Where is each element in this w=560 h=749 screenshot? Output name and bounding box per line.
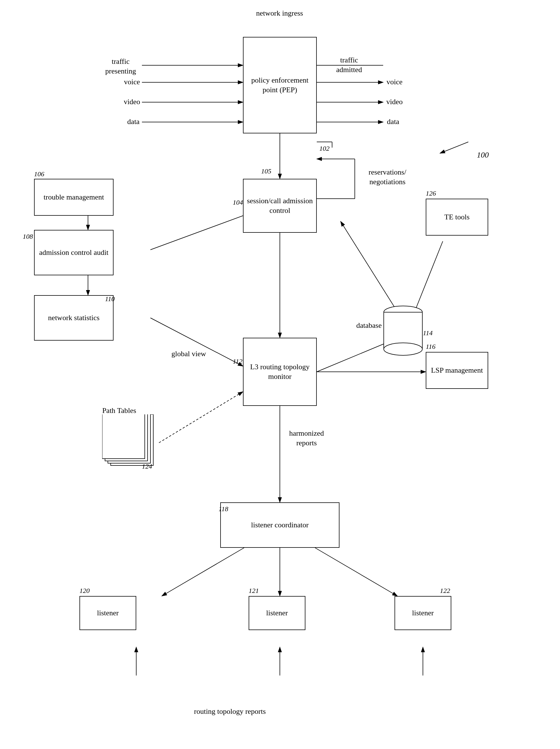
ref-121: 121 [249, 587, 259, 595]
database-cylinder [383, 304, 423, 358]
ref-100: 100 [477, 150, 489, 159]
diagram-container: network ingress policy enforcement point… [0, 0, 560, 749]
video-out-label: video [385, 97, 405, 107]
reservations-label: reservations/ negotiations [359, 168, 416, 187]
ref-104: 104 [233, 199, 243, 206]
svg-line-27 [162, 548, 244, 596]
ref-120: 120 [80, 587, 90, 595]
admission-audit-box: admission control audit [34, 230, 113, 275]
ref-110: 110 [105, 295, 115, 303]
listener1-box: listener [80, 596, 136, 630]
ref-108: 108 [23, 233, 33, 240]
traffic-admitted-label: traffic admitted [326, 55, 372, 74]
l3-routing-box: L3 routing topology monitor [243, 338, 317, 406]
video-in-label: video [122, 97, 142, 107]
global-view-label: global view [170, 349, 207, 359]
path-tables-label: Path Tables [94, 406, 145, 415]
ref-102: 102 [319, 145, 329, 152]
network-ingress-label: network ingress [247, 8, 312, 18]
harmonized-reports-label: harmonized reports [284, 429, 329, 448]
svg-line-22 [414, 241, 443, 312]
traffic-presenting-label: traffic presenting [96, 57, 145, 76]
pep-box: policy enforcement point (PEP) [243, 37, 317, 133]
svg-point-36 [384, 343, 422, 355]
lsp-mgmt-box: LSP management [426, 352, 488, 389]
ref-124: 124 [142, 463, 152, 470]
session-call-box: session/call admission control [243, 179, 317, 233]
svg-line-29 [315, 548, 397, 596]
ref-122: 122 [440, 587, 450, 595]
svg-line-33 [440, 142, 468, 153]
ref-112: 112 [233, 358, 242, 365]
svg-line-17 [150, 216, 243, 250]
listener2-box: listener [249, 596, 305, 630]
ref-116: 116 [426, 343, 435, 350]
voice-in-label: voice [122, 77, 142, 87]
trouble-management-box: trouble management [34, 179, 113, 216]
svg-line-24 [150, 318, 243, 366]
voice-out-label: voice [385, 77, 405, 87]
data-out-label: data [385, 117, 402, 127]
svg-line-26 [159, 392, 243, 443]
routing-topology-label: routing topology reports [176, 707, 284, 716]
ref-105: 105 [261, 168, 271, 175]
ref-126: 126 [426, 190, 436, 197]
ref-106: 106 [34, 170, 44, 178]
listener3-box: listener [394, 596, 451, 630]
ref-118: 118 [219, 505, 228, 513]
svg-rect-42 [102, 414, 145, 459]
data-in-label: data [125, 117, 142, 127]
listener-coord-box: listener coordinator [220, 502, 340, 548]
database-label: database [355, 321, 383, 330]
te-tools-box: TE tools [426, 199, 488, 236]
ref-114: 114 [423, 329, 433, 337]
svg-line-20 [317, 341, 392, 372]
network-stats-box: network statistics [34, 295, 113, 341]
